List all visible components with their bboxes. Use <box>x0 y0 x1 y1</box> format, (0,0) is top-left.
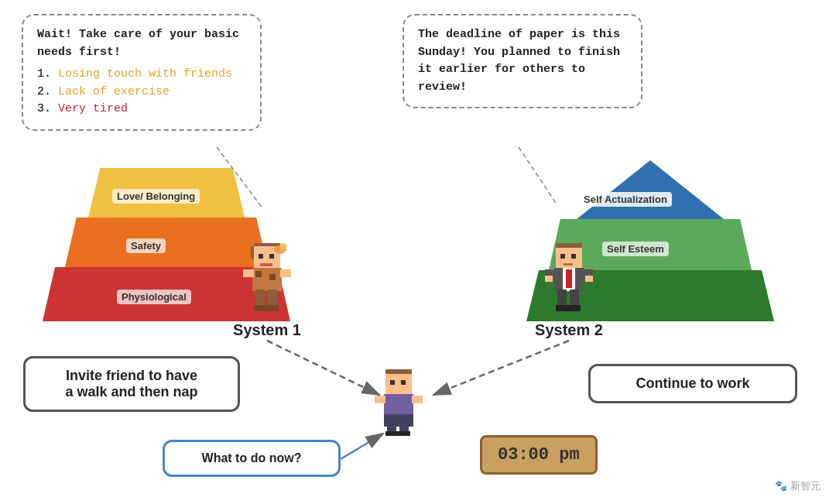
logo: 🐾 新智元 <box>775 479 821 493</box>
time-box: 03:00 pm <box>480 435 598 475</box>
svg-rect-44 <box>398 431 410 436</box>
svg-rect-28 <box>585 276 593 282</box>
svg-rect-32 <box>568 305 581 311</box>
question-box[interactable]: What to do now? <box>163 440 341 477</box>
system2-label: System 2 <box>526 321 612 339</box>
svg-rect-4 <box>269 254 274 259</box>
svg-rect-38 <box>375 396 385 403</box>
self-esteem-label: Self Esteem <box>602 242 669 256</box>
pyramid-left-layer-mid <box>64 218 269 270</box>
svg-rect-43 <box>385 431 398 436</box>
action-right-text: Continue to work <box>636 375 750 391</box>
svg-rect-3 <box>259 254 263 259</box>
svg-rect-24 <box>566 269 572 288</box>
speech-bubble-right: The deadline of paper is this Sunday! Yo… <box>403 14 642 108</box>
bubble-left-item1: 1. Losing touch with friends <box>37 66 246 84</box>
bubble-right-text: The deadline of paper is this Sunday! Yo… <box>418 26 627 96</box>
svg-rect-37 <box>384 394 413 416</box>
action-right-box[interactable]: Continue to work <box>588 364 797 403</box>
svg-rect-36 <box>401 380 406 385</box>
svg-line-47 <box>433 341 569 395</box>
svg-rect-31 <box>556 305 568 311</box>
svg-rect-9 <box>243 269 254 277</box>
action-left-box[interactable]: Invite friend to have a walk and then na… <box>23 356 240 412</box>
svg-rect-19 <box>560 254 565 259</box>
svg-rect-39 <box>412 396 423 403</box>
svg-rect-35 <box>390 380 395 385</box>
svg-rect-10 <box>280 269 291 277</box>
physiological-label: Physiological <box>117 290 191 304</box>
svg-rect-5 <box>260 263 272 266</box>
svg-rect-15 <box>254 305 266 311</box>
svg-rect-27 <box>545 276 553 282</box>
svg-rect-8 <box>269 274 276 280</box>
love-belonging-label: Love/ Belonging <box>112 189 200 204</box>
system1-label: System 1 <box>224 321 310 339</box>
scene: Wait! Take care of your basic needs firs… <box>0 0 836 504</box>
bubble-left-item3: 3. Very tired <box>37 101 246 118</box>
speech-bubble-left: Wait! Take care of your basic needs firs… <box>22 14 262 131</box>
svg-point-12 <box>279 243 287 249</box>
time-text: 03:00 pm <box>498 445 580 465</box>
bubble-left-item2: 2. Lack of exercise <box>37 84 246 101</box>
svg-rect-21 <box>564 263 573 266</box>
system1-character <box>240 240 294 317</box>
svg-rect-40 <box>384 414 413 427</box>
svg-rect-16 <box>266 305 279 311</box>
question-text: What to do now? <box>202 451 302 465</box>
center-character <box>372 368 426 441</box>
action-left-text: Invite friend to have a walk and then na… <box>65 368 197 399</box>
pyramid-right-top <box>573 160 728 222</box>
svg-rect-20 <box>571 254 576 259</box>
svg-rect-34 <box>385 374 412 394</box>
safety-label: Safety <box>126 238 166 253</box>
bubble-left-title: Wait! Take care of your basic needs firs… <box>37 26 246 61</box>
svg-rect-7 <box>255 271 262 277</box>
system2-character <box>542 240 596 317</box>
self-actualization-label: Self Actualization <box>579 192 672 207</box>
logo-icon: 🐾 <box>775 480 790 492</box>
svg-line-46 <box>267 341 379 395</box>
